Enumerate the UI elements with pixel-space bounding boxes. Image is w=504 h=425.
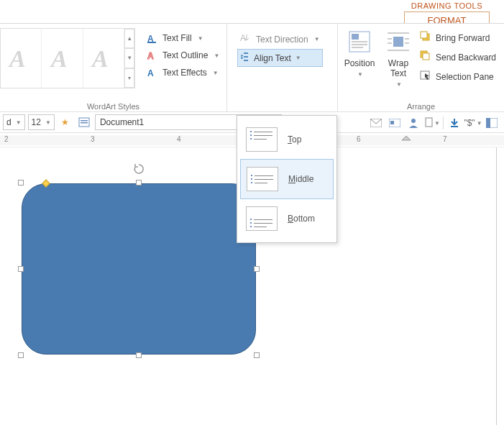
wrap-text-button[interactable]: Wrap Text ▼ (381, 29, 416, 88)
wrap-text-icon (386, 29, 411, 54)
wrap-text-label: Wrap Text (381, 58, 416, 78)
chevron-down-icon: ▼ (357, 71, 363, 78)
svg-rect-32 (426, 118, 432, 127)
chevron-down-icon: ▼ (396, 81, 402, 88)
resize-handle-e[interactable] (254, 266, 260, 272)
rotate-handle[interactable] (133, 163, 145, 177)
svg-rect-27 (81, 122, 88, 124)
svg-rect-11 (352, 44, 367, 45)
svg-text:A: A (91, 45, 109, 72)
send-backward-icon (420, 50, 431, 64)
align-text-button[interactable]: Align Text ▼ (237, 49, 323, 67)
align-text-middle[interactable]: Middle (240, 159, 334, 199)
svg-text:A: A (147, 51, 154, 61)
position-button[interactable]: Position ▼ (342, 29, 377, 78)
resize-handle-nw[interactable] (18, 180, 24, 186)
svg-rect-9 (352, 34, 359, 40)
group-label-wordart: WordArt Styles (0, 102, 226, 111)
position-icon (347, 29, 372, 54)
download-icon[interactable] (446, 115, 462, 131)
text-outline-button[interactable]: A Text Outline ▼ (144, 47, 222, 64)
svg-rect-10 (352, 41, 367, 42)
currency-format-button[interactable]: "$"▼ (465, 115, 481, 131)
align-top-label: Top (288, 134, 301, 145)
align-text-icon (241, 52, 251, 64)
svg-rect-14 (388, 32, 409, 34)
resize-handle-sw[interactable] (18, 352, 24, 358)
chevron-down-icon: ▼ (314, 36, 320, 42)
bring-forward-button[interactable]: Bring Forward (418, 28, 498, 47)
gallery-more[interactable]: ▾ (124, 68, 134, 88)
ruler-mark: 7 (443, 135, 447, 143)
selected-shape[interactable] (22, 183, 256, 355)
favorite-icon[interactable]: ★ (58, 114, 73, 130)
wordart-style-1[interactable]: A (1, 29, 42, 88)
svg-rect-4 (147, 42, 156, 43)
card-icon[interactable] (387, 115, 403, 131)
svg-text:A: A (8, 45, 26, 72)
align-bottom-icon (246, 206, 278, 231)
align-text-menu: Top Middle Bottom (237, 115, 337, 243)
text-fill-button[interactable]: A Text Fill ▼ (144, 29, 222, 47)
text-direction-button[interactable]: A Text Direction ▼ (237, 29, 323, 49)
align-bottom-label: Bottom (288, 214, 315, 224)
style-selector[interactable]: d▼ (3, 114, 25, 130)
svg-text:A: A (147, 68, 154, 78)
layout-icon[interactable] (484, 115, 500, 131)
mail-icon[interactable] (368, 115, 384, 131)
selection-pane-button[interactable]: Selection Pane (418, 67, 498, 86)
wordart-style-2[interactable]: A (42, 29, 83, 88)
svg-rect-19 (405, 42, 409, 44)
text-outline-label: Text Outline (162, 50, 208, 60)
resize-handle-n[interactable] (136, 180, 142, 186)
svg-rect-15 (388, 50, 409, 51)
resize-handle-se[interactable] (254, 352, 260, 358)
svg-rect-33 (451, 126, 458, 127)
text-effects-button[interactable]: A Text Effects ▼ (144, 64, 222, 81)
chevron-down-icon: ▼ (295, 55, 301, 61)
chevron-down-icon: ▼ (214, 52, 219, 59)
svg-text:A: A (50, 45, 68, 72)
svg-rect-18 (388, 42, 392, 44)
resize-handle-w[interactable] (18, 266, 24, 272)
rounded-rectangle[interactable] (22, 183, 256, 355)
svg-rect-12 (352, 47, 363, 48)
page-dropdown-icon[interactable]: ▼ (424, 115, 440, 131)
align-top-icon (246, 127, 278, 152)
ruler-mark: 4 (177, 135, 181, 143)
text-effects-icon: A (147, 67, 158, 78)
svg-rect-35 (486, 118, 490, 128)
text-effects-label: Text Effects (162, 68, 207, 78)
selection-pane-icon (420, 70, 431, 83)
group-label-arrange: Arrange (338, 102, 504, 111)
wordart-style-3[interactable]: A (83, 29, 124, 88)
resize-handle-s[interactable] (136, 352, 142, 358)
properties-icon[interactable] (76, 114, 92, 130)
chevron-down-icon: ▼ (198, 35, 203, 42)
align-middle-label: Middle (288, 174, 313, 184)
align-text-label: Align Text (254, 53, 291, 63)
text-fill-icon: A (147, 32, 158, 44)
gallery-scroll-up[interactable]: ▲ (124, 29, 134, 48)
align-text-bottom[interactable]: Bottom (240, 199, 334, 238)
align-text-top[interactable]: Top (240, 120, 334, 159)
send-backward-label: Send Backward (436, 52, 496, 63)
send-backward-button[interactable]: Send Backward (418, 47, 498, 67)
svg-rect-13 (393, 37, 403, 47)
wordart-gallery[interactable]: A A A ▲ ▼ ▾ (0, 28, 135, 88)
align-middle-icon (247, 167, 278, 191)
bring-forward-label: Bring Forward (436, 33, 490, 43)
svg-rect-26 (81, 120, 88, 122)
group-wordart-styles: A A A ▲ ▼ ▾ A Text Fill ▼ A Text Outline… (0, 24, 227, 113)
group-text: A Text Direction ▼ Align Text ▼ (227, 24, 338, 113)
svg-rect-21 (421, 32, 427, 38)
person-icon[interactable] (406, 115, 421, 131)
svg-rect-16 (388, 38, 392, 40)
right-indent-marker[interactable] (401, 134, 411, 145)
svg-rect-30 (390, 121, 394, 124)
ruler-mark: 6 (357, 135, 361, 143)
group-arrange: Position ▼ Wrap Text ▼ Bring Forward Sen… (338, 24, 504, 113)
svg-point-31 (411, 119, 416, 123)
font-size-selector[interactable]: 12▼ (28, 114, 55, 130)
gallery-scroll-down[interactable]: ▼ (124, 48, 134, 68)
